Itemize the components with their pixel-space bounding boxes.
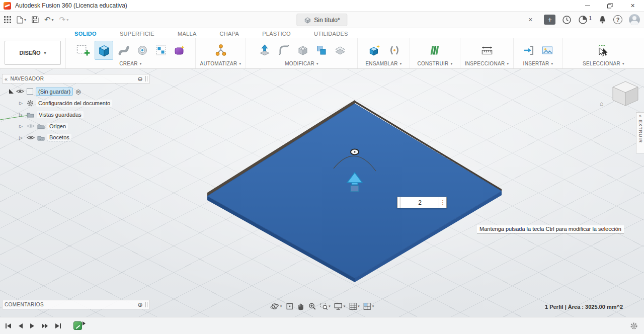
comments-header[interactable]: COMENTARIOS ⊕	[2, 300, 150, 309]
grid-snap-button[interactable]: ▾	[349, 302, 360, 310]
measure-tool[interactable]	[477, 41, 496, 60]
sweep-tool[interactable]	[116, 42, 132, 59]
tab-solido[interactable]: SOLIDO	[74, 31, 97, 38]
comments-add-icon[interactable]: ⊕	[138, 301, 143, 308]
viewcube[interactable]: ⌂	[600, 77, 640, 110]
design-workspace-dropdown[interactable]: DISEÑO ▾	[5, 41, 61, 65]
tab-superficie[interactable]: SUPERFICIE	[120, 31, 154, 38]
go-to-start-button[interactable]	[5, 323, 12, 329]
group-inspeccionar-dropdown[interactable]: INSPECCIONAR ▾	[465, 61, 509, 67]
zoom-button[interactable]	[308, 302, 316, 310]
sketches-label[interactable]: Bocetos	[47, 134, 71, 141]
visibility-eye-icon[interactable]	[16, 89, 24, 94]
document-settings-label[interactable]: Configuración del documento	[36, 100, 112, 107]
tree-row-origin[interactable]: ▷ Origen	[7, 120, 148, 132]
expand-caret-icon[interactable]: ▷	[19, 135, 24, 140]
comments-grip-handle[interactable]	[145, 302, 147, 307]
shell-tool[interactable]	[295, 42, 311, 59]
zoom-window-button[interactable]: ▾	[319, 302, 331, 310]
orbit-button[interactable]: ▾	[270, 302, 282, 311]
timeline-playhead-icon[interactable]	[83, 321, 86, 325]
timeline-sketch-feature[interactable]	[73, 321, 82, 330]
tab-chapa[interactable]: CHAPA	[220, 31, 239, 38]
save-button[interactable]	[32, 16, 39, 23]
group-construir-dropdown[interactable]: CONSTRUIR ▾	[418, 61, 453, 67]
go-to-end-button[interactable]	[55, 323, 61, 329]
visibility-eye-icon[interactable]	[27, 135, 35, 140]
group-seleccionar-dropdown[interactable]: SELECCIONAR ▾	[583, 61, 624, 67]
notifications-button[interactable]	[598, 15, 607, 24]
look-at-button[interactable]	[285, 302, 293, 310]
tab-utilidades[interactable]: UTILIDADES	[314, 31, 348, 38]
automate-tool[interactable]	[211, 41, 230, 60]
undo-button[interactable]: ↶ ▾	[44, 15, 54, 24]
navigator-collapse-icon[interactable]: «	[5, 76, 8, 82]
group-crear-dropdown[interactable]: CREAR ▾	[119, 61, 141, 67]
extrude-distance-input[interactable]	[401, 197, 439, 208]
timeline-settings-button[interactable]	[630, 322, 638, 330]
press-pull-tool[interactable]	[255, 41, 274, 60]
insert-tool[interactable]	[521, 42, 537, 59]
navigator-grip-handle[interactable]	[145, 76, 147, 81]
fillet-tool[interactable]	[276, 42, 292, 59]
tree-row-named-views[interactable]: ▷ Vistas guardadas	[7, 109, 148, 120]
tree-row-sketches[interactable]: ▷ Bocetos	[7, 132, 148, 143]
play-button[interactable]	[30, 323, 35, 329]
insert-image-tool[interactable]	[539, 42, 555, 59]
revolve-tool[interactable]	[134, 42, 150, 59]
tree-row-document-settings[interactable]: ▷ Configuración del documento	[7, 97, 148, 109]
viewcube-home-icon[interactable]: ⌂	[600, 100, 603, 107]
sync-status-button[interactable]	[562, 15, 572, 25]
navigator-header[interactable]: « NAVEGADOR ⊖	[2, 74, 150, 84]
create-sketch-tool[interactable]	[73, 41, 92, 60]
document-tab[interactable]: Sin título*	[296, 14, 347, 26]
activate-component-radio[interactable]: ◎	[75, 88, 80, 95]
extrude-base-handle[interactable]	[351, 186, 359, 192]
combine-tool[interactable]	[313, 42, 330, 59]
expand-caret-icon[interactable]: ▷	[19, 124, 24, 129]
construction-plane-tool[interactable]	[426, 41, 444, 60]
named-views-label[interactable]: Vistas guardadas	[37, 111, 84, 118]
group-insertar-dropdown[interactable]: INSERTAR ▾	[523, 61, 553, 67]
step-forward-button[interactable]	[41, 323, 48, 329]
dim-spinner[interactable]: ⋮	[439, 197, 446, 208]
expand-caret-icon[interactable]: ▷	[19, 112, 24, 117]
tab-plastico[interactable]: PLÁSTICO	[262, 31, 291, 38]
document-name-label[interactable]: (Sin guardar)	[36, 88, 73, 96]
extrude-distance-box[interactable]: ⋮	[397, 197, 447, 208]
pattern-tool[interactable]	[153, 42, 169, 59]
job-status-button[interactable]: 1	[578, 15, 592, 25]
display-settings-button[interactable]: ▾	[334, 302, 346, 310]
help-button[interactable]: ?	[613, 15, 622, 24]
extrude-tool[interactable]	[95, 41, 113, 60]
viewports-button[interactable]: ▾	[363, 302, 374, 310]
minimize-button[interactable]	[576, 0, 599, 11]
extrude-dialog-tab[interactable]: « EXTRUIR	[636, 112, 644, 153]
visibility-eye-off-icon[interactable]	[27, 123, 35, 129]
joint-tool[interactable]	[386, 42, 403, 59]
app-grid-button[interactable]	[4, 16, 11, 23]
document-tab-close-button[interactable]: ×	[528, 16, 532, 24]
file-menu-button[interactable]: ▾	[17, 16, 26, 24]
group-modificar-dropdown[interactable]: MODIFICAR ▾	[285, 61, 318, 67]
create-form-tool[interactable]	[172, 42, 188, 59]
user-avatar[interactable]	[629, 14, 640, 25]
step-back-button[interactable]	[18, 323, 23, 329]
restore-button[interactable]	[599, 0, 621, 11]
group-automatizar-dropdown[interactable]: AUTOMATIZAR ▾	[200, 61, 242, 67]
close-button[interactable]: ×	[621, 0, 644, 11]
tree-row-document[interactable]: (Sin guardar) ◎	[7, 86, 148, 97]
tab-malla[interactable]: MALLA	[178, 31, 197, 38]
dim-box-drag-handle[interactable]	[397, 197, 401, 208]
viewcube-cube[interactable]	[609, 78, 640, 108]
redo-button[interactable]: ↷ ▾	[59, 15, 69, 24]
navigator-minimize-icon[interactable]: ⊖	[138, 75, 143, 82]
new-tab-button[interactable]: +	[544, 15, 555, 25]
origin-label[interactable]: Origen	[47, 123, 68, 130]
new-component-tool[interactable]	[365, 41, 384, 60]
pan-button[interactable]	[297, 302, 304, 310]
expand-caret-icon[interactable]: ▷	[19, 101, 24, 106]
group-ensamblar-dropdown[interactable]: ENSAMBLAR ▾	[365, 61, 401, 67]
viewport-canvas[interactable]: « NAVEGADOR ⊖ (Sin guardar) ◎ ▷ Configur…	[0, 69, 644, 317]
offset-plane-tool[interactable]	[332, 42, 348, 59]
